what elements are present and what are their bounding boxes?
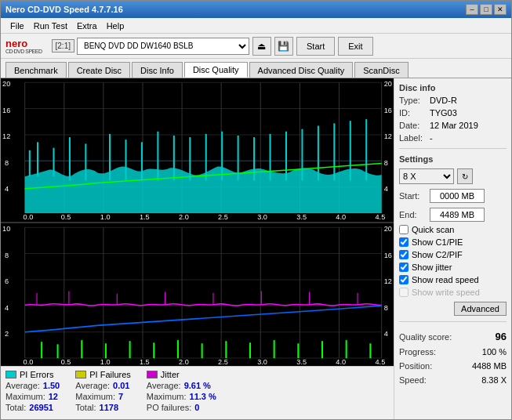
svg-rect-87 [81,340,82,358]
tab-create-disc[interactable]: Create Disc [68,62,130,78]
stats-bar: PI Errors Average: 1.50 Maximum: 12 Tota… [1,366,394,419]
jitter-po-label: PO failures: [147,403,191,412]
start-mb-label: Start: [399,191,427,201]
chart1-container: 20 16 12 8 4 20 16 12 8 4 0.0 0.5 [1,78,394,222]
disc-label-row: Label: - [399,133,507,143]
pi-errors-total-value: 26951 [29,403,53,412]
pi-failures-label: PI Failures [89,370,131,379]
svg-text:8: 8 [384,158,388,166]
menu-run-test[interactable]: Run Test [29,20,72,31]
tab-benchmark[interactable]: Benchmark [5,62,67,78]
svg-rect-24 [125,139,126,180]
svg-text:12: 12 [384,132,392,140]
show-c2pif-checkbox[interactable] [399,250,409,259]
pi-failures-max-value: 7 [118,392,123,401]
show-c1pie-label: Show C1/PIE [412,237,463,247]
show-c1pie-checkbox[interactable] [399,237,409,247]
svg-text:2.5: 2.5 [218,213,228,221]
jitter-max-label: Maximum: [147,392,187,401]
end-mb-input[interactable]: 4489 MB [430,208,485,222]
svg-rect-30 [221,132,223,181]
start-mb-input[interactable]: 0000 MB [430,189,485,203]
quality-score-label: Quality score: [399,332,452,342]
svg-text:1.5: 1.5 [140,358,150,366]
show-jitter-label: Show jitter [412,262,452,272]
svg-rect-19 [37,142,38,176]
disc-type-value: DVD-R [430,96,457,105]
svg-text:1.5: 1.5 [140,213,150,221]
show-write-speed-label: Show write speed [412,288,480,297]
show-c2pif-row: Show C2/PIF [399,250,507,259]
show-c2pif-label: Show C2/PIF [412,250,463,259]
tab-scan-disc[interactable]: ScanDisc [354,62,408,78]
menu-help[interactable]: Help [102,20,129,31]
show-read-speed-checkbox[interactable] [399,275,409,284]
menu-file[interactable]: File [5,20,29,31]
svg-text:3.5: 3.5 [296,358,307,366]
pi-failures-color [75,371,86,378]
save-button[interactable]: 💾 [274,37,293,56]
speed-select[interactable]: 8 X [399,168,454,184]
svg-rect-20 [53,148,54,177]
svg-text:3.5: 3.5 [296,213,307,221]
svg-text:1.0: 1.0 [100,213,111,221]
position-row: Position: 4488 MB [399,361,507,371]
settings-title: Settings [399,154,507,164]
refresh-button[interactable]: ↻ [457,168,473,184]
svg-rect-32 [253,137,255,180]
svg-text:8: 8 [5,158,9,166]
quick-scan-row: Quick scan [399,225,507,234]
pi-failures-total-label: Total: [75,403,96,412]
drive-selector: [2:1] BENQ DVD DD DW1640 BSLB [52,38,249,55]
tab-disc-info[interactable]: Disc Info [132,62,183,78]
pi-errors-max-row: Maximum: 12 [5,392,60,401]
quality-score-value: 96 [496,331,507,342]
svg-text:0.5: 0.5 [61,358,71,366]
svg-text:8: 8 [384,303,388,311]
start-button[interactable]: Start [296,37,335,56]
svg-rect-23 [109,134,111,180]
tab-disc-quality[interactable]: Disc Quality [184,62,248,78]
eject-button[interactable]: ⏏ [252,37,271,56]
svg-rect-28 [189,137,191,180]
close-button[interactable]: ✕ [494,4,507,15]
pi-failures-avg-value: 0.01 [113,381,129,390]
svg-text:12: 12 [384,277,392,285]
quick-scan-checkbox[interactable] [399,225,409,234]
drive-combo[interactable]: BENQ DVD DD DW1640 BSLB [77,38,249,55]
svg-text:1.0: 1.0 [100,358,111,366]
svg-rect-37 [333,123,335,180]
speed-row: 8 X ↻ [399,168,507,184]
svg-rect-86 [57,344,59,358]
menu-extra[interactable]: Extra [72,20,102,31]
minimize-button[interactable]: – [466,4,478,15]
show-write-speed-checkbox[interactable] [399,288,409,297]
disc-type-key: Type: [399,96,427,105]
advanced-button[interactable]: Advanced [454,302,507,316]
pi-errors-legend: PI Errors [5,370,60,379]
pi-failures-max-row: Maximum: 7 [75,392,131,401]
svg-text:4: 4 [5,185,9,193]
quick-scan-label: Quick scan [412,225,454,234]
svg-text:16: 16 [2,107,10,114]
disc-info-title: Disc info [399,83,507,92]
svg-text:6: 6 [5,277,9,285]
disc-id-key: ID: [399,108,427,118]
show-jitter-checkbox[interactable] [399,262,409,272]
logo-nero-text: nero [5,38,42,49]
svg-text:4.5: 4.5 [375,358,385,366]
tab-advanced-disc-quality[interactable]: Advanced Disc Quality [249,62,354,78]
menubar: File Run Test Extra Help [1,18,511,34]
pi-failures-max-label: Maximum: [75,392,115,401]
svg-rect-33 [270,134,271,180]
start-mb-row: Start: 0000 MB [399,189,507,203]
jitter-group: Jitter Average: 9.61 % Maximum: 11.3 % P… [147,370,216,416]
exit-button[interactable]: Exit [338,37,372,56]
drive-label: [2:1] [52,39,74,52]
maximize-button[interactable]: □ [480,4,492,15]
progress-key: Progress: [399,347,436,357]
show-write-speed-row: Show write speed [399,288,507,297]
disc-label-value: - [430,133,433,143]
svg-text:4: 4 [384,185,388,193]
pi-errors-max-label: Maximum: [5,392,45,401]
